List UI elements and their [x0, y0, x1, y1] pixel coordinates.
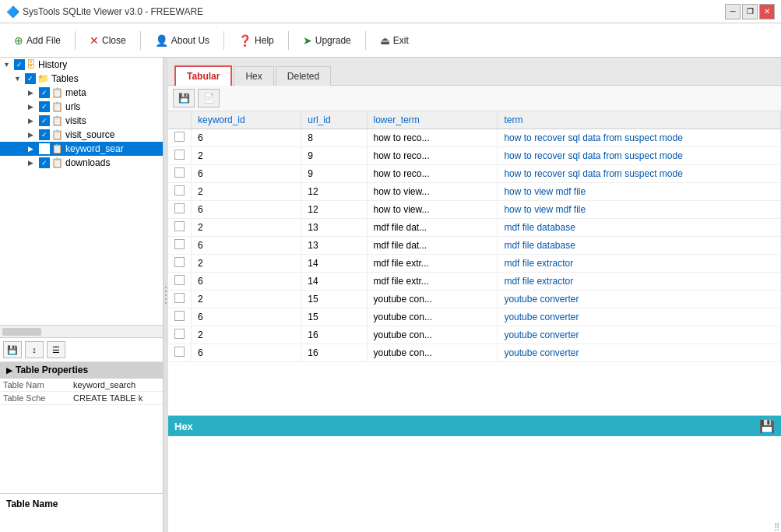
row-check-cell[interactable] [168, 326, 192, 344]
col-term[interactable]: term [498, 111, 781, 129]
row-check-cell[interactable] [168, 291, 192, 308]
downloads-check[interactable]: ✓ [39, 157, 50, 168]
close-button[interactable]: ✕ Close [83, 31, 132, 50]
export-sql-button[interactable]: 📄 [198, 89, 220, 107]
row-check-cell[interactable] [168, 344, 192, 362]
col-keyword-id[interactable]: keyword_id [192, 111, 301, 129]
urls-check[interactable]: ✓ [39, 101, 50, 112]
row-checkbox[interactable] [174, 239, 185, 249]
close-window-button[interactable]: ✕ [759, 4, 775, 19]
col-lower-term[interactable]: lower_term [367, 111, 498, 129]
visit-source-check[interactable]: ✓ [39, 129, 50, 140]
props-export-btn[interactable]: 💾 [3, 341, 22, 358]
tables-check[interactable]: ✓ [25, 73, 36, 84]
app-logo-icon: 🔷 [6, 5, 19, 18]
add-file-icon: ⊕ [14, 34, 23, 47]
table-row[interactable]: 2 9 how to reco... how to recover sql da… [168, 147, 781, 165]
row-checkbox[interactable] [174, 329, 185, 339]
row-checkbox[interactable] [174, 275, 185, 285]
tab-hex[interactable]: Hex [234, 66, 273, 86]
cell-keyword-id: 2 [192, 147, 301, 165]
toolbar-sep-5 [365, 31, 366, 50]
tab-tabular[interactable]: Tabular [174, 65, 232, 86]
tree-meta-node[interactable]: ▶ ✓ 📋 meta [0, 86, 163, 100]
row-checkbox[interactable] [174, 257, 185, 267]
data-table-container[interactable]: keyword_id url_id lower_term term 6 8 ho… [168, 111, 781, 415]
row-check-cell[interactable] [168, 183, 192, 201]
row-checkbox[interactable] [174, 311, 185, 321]
table-row[interactable]: 6 16 youtube con... youtube converter [168, 344, 781, 362]
table-row[interactable]: 6 15 youtube con... youtube converter [168, 308, 781, 326]
tree-hscroll[interactable] [0, 325, 163, 337]
about-us-button[interactable]: 👤 About Us [149, 31, 216, 50]
exit-button[interactable]: ⏏ Exit [374, 31, 415, 50]
row-check-cell[interactable] [168, 201, 192, 219]
cell-keyword-id: 2 [192, 291, 301, 308]
tree-urls-node[interactable]: ▶ ✓ 📋 urls [0, 100, 163, 114]
row-check-cell[interactable] [168, 255, 192, 273]
row-checkbox[interactable] [174, 150, 185, 160]
visits-check[interactable]: ✓ [39, 115, 50, 126]
downloads-label: downloads [65, 157, 110, 168]
minimize-button[interactable]: ─ [725, 4, 741, 19]
table-row[interactable]: 6 9 how to reco... how to recover sql da… [168, 165, 781, 183]
tree-tables-node[interactable]: ▼ ✓ 📁 Tables [0, 72, 163, 86]
row-checkbox[interactable] [174, 293, 185, 303]
data-table: keyword_id url_id lower_term term 6 8 ho… [168, 111, 781, 362]
table-row[interactable]: 2 15 youtube con... youtube converter [168, 291, 781, 308]
table-row[interactable]: 2 13 mdf file dat... mdf file database [168, 219, 781, 237]
row-check-cell[interactable] [168, 219, 192, 237]
tree-downloads-node[interactable]: ▶ ✓ 📋 downloads [0, 156, 163, 170]
row-checkbox[interactable] [174, 167, 185, 178]
row-checkbox[interactable] [174, 221, 185, 231]
tree-visits-node[interactable]: ▶ ✓ 📋 visits [0, 114, 163, 128]
export-csv-button[interactable]: 💾 [173, 89, 195, 107]
tabs-bar: Tabular Hex Deleted [168, 58, 781, 86]
tree-history-node[interactable]: ▼ ✓ 🗄 History [0, 58, 163, 72]
hex-save-button[interactable]: 💾 [759, 419, 775, 434]
table-row[interactable]: 6 12 how to view... how to view mdf file [168, 201, 781, 219]
tab-deleted[interactable]: Deleted [276, 66, 331, 86]
cell-term: mdf file extractor [498, 273, 781, 291]
keyword-search-check[interactable]: ✓ [39, 143, 50, 154]
cell-url-id: 14 [301, 273, 367, 291]
resize-dot-4 [165, 298, 167, 300]
props-sort-btn[interactable]: ↕ [25, 341, 44, 358]
row-checkbox[interactable] [174, 185, 185, 196]
restore-button[interactable]: ❐ [742, 4, 758, 19]
resize-dot-3 [165, 294, 167, 296]
cell-keyword-id: 6 [192, 165, 301, 183]
help-button[interactable]: ❓ Help [232, 31, 280, 50]
table-row[interactable]: 6 8 how to reco... how to recover sql da… [168, 129, 781, 147]
toolbar-sep-2 [140, 31, 141, 50]
row-check-cell[interactable] [168, 147, 192, 165]
row-checkbox[interactable] [174, 203, 185, 213]
upgrade-icon: ➤ [303, 34, 312, 47]
row-checkbox[interactable] [174, 132, 185, 142]
meta-check[interactable]: ✓ [39, 87, 50, 98]
row-check-cell[interactable] [168, 308, 192, 326]
urls-table-icon: 📋 [51, 101, 63, 112]
table-row[interactable]: 2 12 how to view... how to view mdf file [168, 183, 781, 201]
hex-resize-handle[interactable]: ⣿ [774, 522, 779, 530]
history-check[interactable]: ✓ [14, 59, 25, 70]
row-check-cell[interactable] [168, 129, 192, 147]
table-row[interactable]: 2 16 youtube con... youtube converter [168, 326, 781, 344]
row-check-cell[interactable] [168, 273, 192, 291]
tree-visit-source-node[interactable]: ▶ ✓ 📋 visit_source [0, 128, 163, 142]
tree-keyword-search-node[interactable]: ▶ ✓ 📋 keyword_sear [0, 142, 163, 156]
col-url-id[interactable]: url_id [301, 111, 367, 129]
app-title: SysTools SQLite Viewer v3.0 - FREEWARE [23, 6, 203, 17]
row-check-cell[interactable] [168, 237, 192, 255]
row-check-cell[interactable] [168, 165, 192, 183]
add-file-button[interactable]: ⊕ Add File [8, 31, 67, 50]
main-toolbar: ⊕ Add File ✕ Close 👤 About Us ❓ Help ➤ U… [0, 23, 781, 58]
row-checkbox[interactable] [174, 347, 185, 357]
props-list-btn[interactable]: ☰ [47, 341, 65, 358]
props-collapse-arrow[interactable]: ▶ [6, 366, 12, 375]
table-row[interactable]: 6 13 mdf file dat... mdf file database [168, 237, 781, 255]
table-row[interactable]: 6 14 mdf file extr... mdf file extractor [168, 273, 781, 291]
table-row[interactable]: 2 14 mdf file extr... mdf file extractor [168, 255, 781, 273]
upgrade-button[interactable]: ➤ Upgrade [297, 31, 357, 50]
props-row-tablename: Table Nam keyword_search [0, 379, 163, 392]
